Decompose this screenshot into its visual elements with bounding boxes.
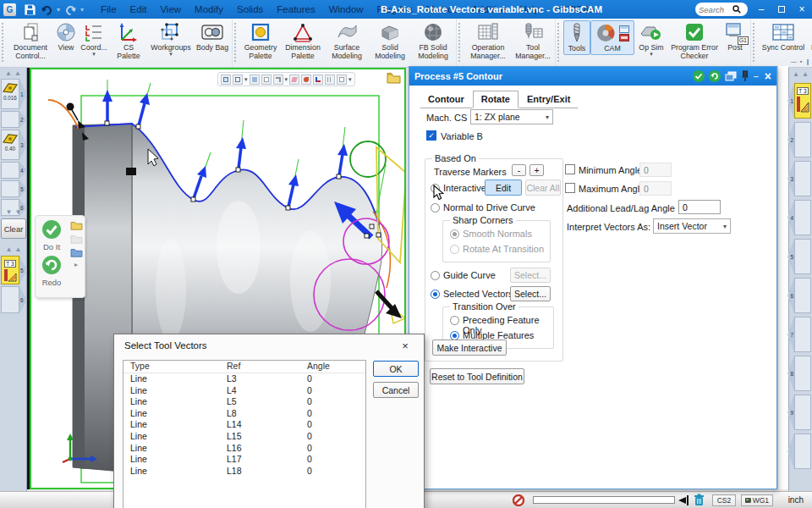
tool-slot-tab[interactable]: 1 bbox=[19, 79, 27, 109]
ops-scroll-top-icon[interactable]: ▲ bbox=[793, 70, 799, 79]
menu-item[interactable]: Modify bbox=[188, 4, 230, 14]
edit-button[interactable]: Edit bbox=[485, 179, 522, 196]
document-control-button[interactable]: Document Control... bbox=[8, 20, 53, 61]
undo-button[interactable] bbox=[39, 3, 54, 16]
ops-scroll-up-icon[interactable]: ▲ bbox=[802, 70, 809, 79]
make-interactive-button[interactable]: Make Interactive bbox=[432, 340, 507, 356]
operation-slot-tab[interactable]: 9 bbox=[787, 395, 794, 430]
op-sim-button[interactable]: Op Sim ▾ bbox=[634, 20, 668, 57]
grid-icon[interactable] bbox=[325, 75, 335, 85]
vector-row[interactable]: Line L4 0 bbox=[123, 385, 365, 397]
operation-tile[interactable] bbox=[794, 122, 811, 157]
operation-tile[interactable] bbox=[794, 239, 811, 274]
render-style-icon[interactable] bbox=[337, 75, 347, 85]
clear-button[interactable]: Clear bbox=[1, 218, 26, 239]
tab-entry-exit[interactable]: Entry/Exit bbox=[518, 91, 579, 108]
dimension-palette-button[interactable]: Dimension Palette bbox=[281, 20, 325, 61]
menu-item[interactable]: Help bbox=[513, 4, 546, 14]
scroll-down-icon[interactable]: ▼ bbox=[6, 208, 13, 217]
apply-check-icon[interactable] bbox=[693, 70, 705, 82]
vector-row[interactable]: Line L18 0 bbox=[123, 466, 365, 478]
tool-slot-tab[interactable]: 4 bbox=[19, 162, 27, 179]
tab-rotate[interactable]: Rotate bbox=[473, 91, 518, 108]
guide-curve-radio[interactable] bbox=[431, 271, 440, 280]
vectors-select-button[interactable]: Select... bbox=[510, 286, 551, 301]
redo-caret-icon[interactable]: ▾ bbox=[80, 6, 84, 14]
eraser-icon[interactable] bbox=[289, 75, 299, 85]
tool-tile-1[interactable]: 0.016 bbox=[1, 79, 19, 109]
dialog-close-icon[interactable]: × bbox=[765, 69, 771, 83]
cam-button[interactable]: CAM bbox=[590, 20, 634, 55]
mach-cs-dropdown[interactable]: 1: ZX plane ▾ bbox=[470, 109, 553, 124]
tool-slot-tab[interactable]: 3 bbox=[19, 130, 27, 160]
cancel-button[interactable]: Cancel bbox=[373, 382, 419, 398]
palette-expand-icon[interactable]: ▸ bbox=[74, 261, 78, 268]
menu-item[interactable]: Additive bbox=[465, 4, 513, 14]
search-input[interactable] bbox=[699, 5, 732, 14]
reset-tool-definition-button[interactable]: Reset to Tool Definition bbox=[430, 368, 524, 384]
guide-select-button[interactable]: Select... bbox=[510, 268, 551, 283]
operation-tile[interactable] bbox=[794, 278, 811, 313]
select-dialog-titlebar[interactable]: Select Tool Vectors × bbox=[114, 334, 424, 356]
fb-solid-modeling-button[interactable]: FB Solid Modeling bbox=[411, 20, 455, 61]
dock-pin-icon[interactable]: ▪ bbox=[800, 58, 802, 64]
open-folder-icon[interactable] bbox=[70, 220, 83, 230]
tool-slot-tab[interactable]: 5 bbox=[19, 180, 27, 197]
cs-palette-button[interactable]: CS Palette bbox=[109, 20, 148, 61]
dialog-minimize-icon[interactable]: – bbox=[754, 71, 759, 81]
tool-tile-2[interactable] bbox=[1, 111, 19, 128]
tool-slot-tab[interactable]: 2 bbox=[19, 111, 27, 128]
program-error-checker-button[interactable]: Program Error Checker bbox=[668, 20, 721, 61]
solid-modeling-button[interactable]: Solid Modeling bbox=[369, 20, 411, 61]
menu-item[interactable]: Features bbox=[270, 4, 321, 14]
operation-slot-tab[interactable]: 1 bbox=[787, 83, 794, 119]
vector-list[interactable]: Type Ref Angle Line L3 0 Line L4 0 bbox=[123, 360, 366, 508]
wg-indicator[interactable]: WG1 bbox=[741, 494, 773, 506]
operation-tile[interactable] bbox=[794, 200, 811, 235]
operation-tile[interactable] bbox=[794, 317, 811, 352]
pin-icon[interactable] bbox=[741, 70, 749, 82]
view-button[interactable]: View bbox=[53, 20, 79, 53]
group-handle-icon[interactable] bbox=[2, 23, 6, 62]
ops-scroll-top-icon[interactable]: ▲ bbox=[15, 246, 22, 254]
operation-tile[interactable] bbox=[794, 433, 811, 469]
tools-button[interactable]: Tools bbox=[563, 20, 590, 55]
operation-tile-selected[interactable]: T 3 bbox=[1, 256, 19, 284]
shaded-part-icon[interactable] bbox=[301, 75, 311, 85]
geometry-palette-button[interactable]: Geometry Palette bbox=[240, 20, 281, 61]
traverse-minus-button[interactable]: - bbox=[512, 164, 526, 176]
lead-lag-field[interactable]: 0 bbox=[678, 200, 721, 214]
chevron-down-icon[interactable]: ▾ bbox=[244, 78, 248, 81]
operation-tile[interactable] bbox=[794, 356, 811, 391]
selected-vectors-radio[interactable] bbox=[431, 290, 440, 299]
operation-slot-tab[interactable]: 5 bbox=[19, 256, 27, 284]
rotate-at-transition-radio[interactable] bbox=[450, 245, 459, 254]
operation-slot-tab[interactable]: 3 bbox=[787, 161, 794, 196]
save-folder-icon[interactable] bbox=[70, 247, 83, 257]
tool-tile-5[interactable] bbox=[1, 180, 19, 197]
flag-pin-icon[interactable] bbox=[678, 495, 690, 505]
menu-item[interactable]: View bbox=[153, 4, 188, 14]
body-bag-button[interactable]: Body Bag bbox=[194, 20, 231, 53]
scroll-top-icon[interactable]: ▲ bbox=[14, 69, 21, 78]
select-mode-icon[interactable] bbox=[221, 75, 231, 85]
undo-caret-icon[interactable]: ▾ bbox=[57, 6, 60, 14]
trash-icon[interactable] bbox=[694, 494, 705, 506]
chevron-down-icon[interactable]: ▾ bbox=[92, 52, 96, 56]
operation-slot-tab[interactable]: 5 bbox=[787, 239, 794, 274]
operation-slot-tab[interactable]: 8 bbox=[787, 356, 794, 391]
normal-to-drive-radio[interactable] bbox=[431, 203, 440, 213]
ok-button[interactable]: OK bbox=[373, 361, 419, 377]
group-handle-icon[interactable] bbox=[234, 23, 239, 62]
clear-all-button[interactable]: Clear All bbox=[525, 179, 561, 196]
part-station-button[interactable]: Part Station ▾ bbox=[808, 20, 812, 57]
interrupt-icon[interactable] bbox=[513, 494, 524, 506]
tool-manager-button[interactable]: Tool Manager... bbox=[512, 20, 554, 61]
redo-button[interactable] bbox=[63, 3, 78, 16]
workgroup-folder-icon[interactable] bbox=[387, 72, 401, 86]
menu-item[interactable]: Solids bbox=[230, 4, 270, 14]
cs-axes-icon[interactable] bbox=[313, 75, 323, 85]
close-button[interactable]: × bbox=[792, 0, 812, 19]
minimum-angle-field[interactable]: 0 bbox=[639, 163, 672, 177]
vector-row[interactable]: Line L14 0 bbox=[123, 419, 365, 431]
